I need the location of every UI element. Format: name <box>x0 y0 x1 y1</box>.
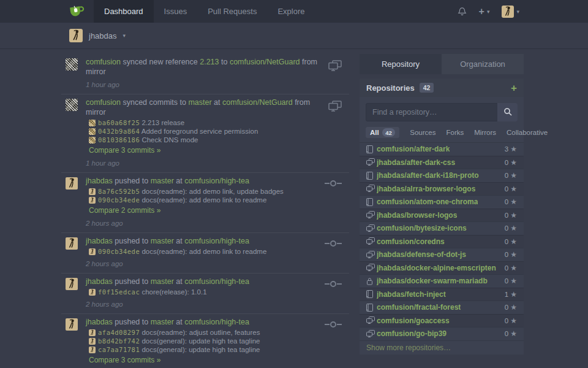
feed-ref-link[interactable]: master <box>151 277 174 286</box>
mirror-icon <box>366 158 377 166</box>
feed-item-header: jhabdas pushed to master at comfusion/hi… <box>86 317 321 327</box>
repo-name-link[interactable]: jhabdas/docker-alpine-emscripten <box>377 264 496 272</box>
repo-list-item[interactable]: jhabdas/docker-swarm-mariadb0★ <box>360 274 524 288</box>
compare-commits-link[interactable]: Compare 3 commits » <box>89 146 160 155</box>
filter-collaborative[interactable]: Collaborative <box>507 129 548 136</box>
repo-name-link[interactable]: comfusion/bytesize-icons <box>377 224 467 232</box>
repo-name-link[interactable]: jhabdas/alrra-browser-logos <box>377 185 475 193</box>
repo-list-item[interactable]: jhabdas/defense-of-dot-js0★ <box>360 248 524 261</box>
commit-author-avatar <box>89 289 96 296</box>
repo-name-link[interactable]: jhabdas/docker-swarm-mariadb <box>377 277 488 285</box>
feed-actor-link[interactable]: jhabdas <box>86 177 113 185</box>
repo-list-item[interactable]: jhabdas/fetch-inject1★ <box>360 288 524 301</box>
feed-repo-link[interactable]: comfusion/high-tea <box>184 177 249 185</box>
commit-icon <box>321 317 349 368</box>
filter-mirrors[interactable]: Mirrors <box>474 129 496 136</box>
filter-forks[interactable]: Forks <box>446 129 464 136</box>
search-icon <box>503 107 512 118</box>
commit-sha-link[interactable]: 090cb34ede <box>98 248 140 255</box>
gitea-logo-icon[interactable] <box>66 0 94 23</box>
commit-message: Check DNS mode <box>141 136 198 144</box>
repo-star-count: 0★ <box>505 329 517 338</box>
commit-sha-link[interactable]: 0810386186 <box>98 136 140 144</box>
compare-commits-link[interactable]: Compare 2 commits » <box>89 206 160 215</box>
show-more-repositories-link[interactable]: Show more repositories… <box>360 340 524 355</box>
repo-name-link[interactable]: comfusion/go-bip39 <box>377 329 447 338</box>
commit-message: docs(readme): add demo link, update badg… <box>141 188 283 195</box>
repo-search-area: All42SourcesForksMirrorsCollaborative <box>360 97 524 142</box>
mirror-icon <box>366 185 377 193</box>
repo-list-item[interactable]: comfusion/goaccess0★ <box>360 314 524 328</box>
feed-ref-link[interactable]: 2.213 <box>200 58 219 66</box>
repo-name-link[interactable]: jhabdas/browser-logos <box>377 211 457 220</box>
repo-name-link[interactable]: comfusion/atom-one-chroma <box>377 197 478 206</box>
repo-list-item[interactable]: comfusion/coredns0★ <box>360 235 524 248</box>
tab-organization[interactable]: Organization <box>442 54 524 74</box>
feed-repo-link[interactable]: comfusion/high-tea <box>184 318 249 326</box>
repo-name-link[interactable]: jhabdas/defense-of-dot-js <box>377 250 466 259</box>
create-new-dropdown[interactable]: + ▾ <box>479 7 490 17</box>
feed-item-header: jhabdas pushed to master at comfusion/hi… <box>86 236 321 246</box>
repositories-count-badge: 42 <box>420 83 434 93</box>
commit-sha-link[interactable]: afa4d08297 <box>98 329 140 336</box>
feed-ref-link[interactable]: master <box>151 318 174 326</box>
repo-list-item[interactable]: comfusion/fractal-forest0★ <box>360 301 524 314</box>
commit-sha-link[interactable]: b8d42bf742 <box>98 337 140 345</box>
repo-icon <box>366 290 377 298</box>
feed-actor-link[interactable]: comfusion <box>86 98 121 107</box>
repo-list-item[interactable]: jhabdas/alrra-browser-logos0★ <box>360 182 524 196</box>
repo-name-link[interactable]: comfusion/coredns <box>377 237 445 246</box>
repo-name-link[interactable]: comfusion/goaccess <box>377 316 450 325</box>
tab-repository[interactable]: Repository <box>360 54 442 74</box>
repo-list-item[interactable]: comfusion/bytesize-icons0★ <box>360 221 524 235</box>
feed-repo-link[interactable]: comfusion/high-tea <box>184 277 249 286</box>
commit-row: ca7aa71781 docs(general): update high te… <box>89 345 321 354</box>
feed-ref-link[interactable]: master <box>151 237 174 245</box>
filter-sources[interactable]: Sources <box>410 129 435 136</box>
feed-ref-link[interactable]: master <box>151 177 174 185</box>
feed-ref-link[interactable]: master <box>188 98 211 107</box>
context-user-name[interactable]: jhabdas <box>89 31 117 40</box>
nav-item-pull-requests[interactable]: Pull Requests <box>197 0 267 23</box>
feed-repo-link[interactable]: comfusion/NetGuard <box>230 58 300 66</box>
filter-all[interactable]: All42 <box>366 127 399 138</box>
add-repository-button[interactable]: + <box>511 83 517 93</box>
search-button[interactable] <box>497 103 518 121</box>
repo-star-count: 0★ <box>505 211 517 220</box>
repo-list-item[interactable]: jhabdas/after-dark-i18n-proto0★ <box>360 169 524 182</box>
chevron-down-icon[interactable]: ▾ <box>123 33 126 39</box>
feed-actor-link[interactable]: jhabdas <box>86 277 113 286</box>
actor-avatar <box>66 237 78 250</box>
repo-list-item[interactable]: comfusion/after-dark3★ <box>360 142 524 156</box>
commit-sha-link[interactable]: 0432b9a864 <box>98 128 140 135</box>
nav-item-dashboard[interactable]: Dashboard <box>94 0 154 23</box>
feed-repo-link[interactable]: comfusion/high-tea <box>184 237 249 245</box>
commit-sha-link[interactable]: f0f15edcac <box>98 288 140 296</box>
feed-actor-link[interactable]: jhabdas <box>86 237 113 245</box>
feed-repo-link[interactable]: comfusion/NetGuard <box>222 98 293 107</box>
user-menu-dropdown[interactable]: ▾ <box>502 6 519 18</box>
commit-sha-link[interactable]: 090cb34ede <box>98 196 140 204</box>
repo-name-link[interactable]: jhabdas/after-dark-css <box>377 158 455 167</box>
repo-list-item[interactable]: comfusion/atom-one-chroma0★ <box>360 195 524 209</box>
repo-list-item[interactable]: jhabdas/after-dark-css0★ <box>360 156 524 169</box>
repo-name-link[interactable]: jhabdas/fetch-inject <box>377 290 446 299</box>
notifications-bell-icon[interactable] <box>458 7 467 17</box>
repo-list-item[interactable]: comfusion/go-bip390★ <box>360 327 524 340</box>
feed-actor-link[interactable]: comfusion <box>86 58 121 66</box>
feed-actor-link[interactable]: jhabdas <box>86 318 113 326</box>
nav-item-issues[interactable]: Issues <box>154 0 198 23</box>
commit-sha-link[interactable]: 8a76c592b5 <box>98 188 140 195</box>
mirror-icon <box>366 330 377 338</box>
repo-name-link[interactable]: comfusion/fractal-forest <box>377 303 461 312</box>
feed-item: jhabdas pushed to master at comfusion/hi… <box>61 233 349 274</box>
compare-commits-link[interactable]: Compare 3 commits » <box>89 356 160 364</box>
repo-name-link[interactable]: jhabdas/after-dark-i18n-proto <box>377 171 479 180</box>
commit-sha-link[interactable]: ca7aa71781 <box>98 346 140 353</box>
repo-name-link[interactable]: comfusion/after-dark <box>377 145 450 153</box>
repo-search-input[interactable] <box>366 103 518 121</box>
commit-sha-link[interactable]: ba60a68f25 <box>98 119 140 126</box>
nav-item-explore[interactable]: Explore <box>267 0 315 23</box>
repo-list-item[interactable]: jhabdas/docker-alpine-emscripten0★ <box>360 261 524 275</box>
repo-list-item[interactable]: jhabdas/browser-logos0★ <box>360 209 524 222</box>
